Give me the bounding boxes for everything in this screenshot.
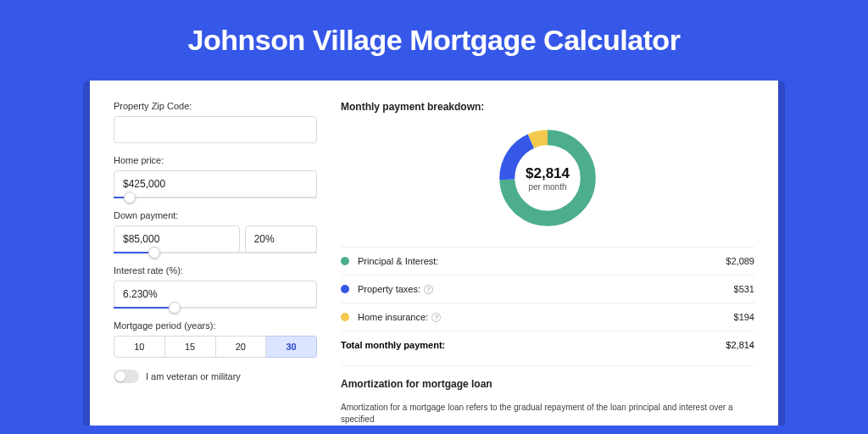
- down-payment-field-group: Down payment:: [114, 210, 317, 253]
- breakdown-row-value: $531: [734, 284, 754, 294]
- donut-amount: $2,814: [526, 165, 570, 182]
- info-icon[interactable]: ?: [431, 313, 441, 322]
- interest-rate-label: Interest rate (%):: [114, 265, 317, 275]
- breakdown-row-value: $2,089: [726, 256, 754, 266]
- breakdown-column: Monthly payment breakdown: $2,814 per mo…: [341, 101, 754, 426]
- amortization-title: Amortization for mortgage loan: [341, 378, 754, 390]
- interest-rate-slider-thumb[interactable]: [169, 302, 181, 314]
- zip-label: Property Zip Code:: [114, 101, 317, 111]
- dot-icon: [341, 313, 349, 321]
- down-payment-slider-thumb[interactable]: [148, 247, 160, 259]
- zip-input[interactable]: [114, 116, 317, 143]
- donut-chart-wrap: $2,814 per month: [341, 125, 754, 231]
- home-price-input[interactable]: [114, 170, 317, 198]
- period-tab-15[interactable]: 15: [165, 336, 216, 358]
- home-price-field-group: Home price:: [114, 155, 317, 198]
- breakdown-row-value: $194: [734, 312, 754, 322]
- breakdown-row-label: Home insurance: ?: [358, 312, 734, 322]
- interest-rate-slider-fill: [114, 307, 175, 309]
- mortgage-period-tabs: 10 15 20 30: [114, 336, 317, 358]
- down-payment-pct-input[interactable]: [245, 225, 317, 253]
- breakdown-row-label: Principal & Interest:: [358, 256, 726, 266]
- amortization-text: Amortization for a mortgage loan refers …: [341, 402, 754, 426]
- page-title: Johnson Village Mortgage Calculator: [0, 0, 868, 74]
- veteran-toggle-label: I am veteran or military: [146, 371, 241, 381]
- breakdown-label-text: Principal & Interest:: [358, 256, 438, 266]
- veteran-toggle-row: I am veteran or military: [114, 370, 317, 383]
- period-tab-20[interactable]: 20: [216, 336, 267, 358]
- breakdown-label-text: Property taxes:: [358, 284, 420, 294]
- form-column: Property Zip Code: Home price: Down paym…: [114, 101, 317, 426]
- total-value: $2,814: [726, 340, 754, 350]
- breakdown-row-label: Property taxes: ?: [358, 284, 734, 294]
- dot-icon: [341, 285, 349, 293]
- donut-sub: per month: [528, 182, 566, 192]
- down-payment-label: Down payment:: [114, 210, 317, 220]
- interest-rate-field-group: Interest rate (%):: [114, 265, 317, 309]
- zip-field-group: Property Zip Code:: [114, 101, 317, 143]
- interest-rate-slider[interactable]: [114, 307, 317, 309]
- mortgage-period-label: Mortgage period (years):: [114, 320, 317, 331]
- period-tab-10[interactable]: 10: [114, 336, 165, 358]
- breakdown-label-text: Home insurance:: [358, 312, 428, 322]
- dot-icon: [341, 257, 349, 265]
- total-label: Total monthly payment:: [341, 340, 726, 350]
- home-price-slider-thumb[interactable]: [124, 192, 136, 203]
- breakdown-row-insurance: Home insurance: ? $194: [341, 303, 754, 331]
- period-tab-30[interactable]: 30: [266, 336, 317, 358]
- donut-center: $2,814 per month: [494, 125, 601, 231]
- breakdown-row-taxes: Property taxes: ? $531: [341, 275, 754, 303]
- down-payment-input[interactable]: [114, 225, 240, 253]
- info-icon[interactable]: ?: [424, 285, 433, 294]
- breakdown-total-row: Total monthly payment: $2,814: [341, 331, 754, 359]
- breakdown-title: Monthly payment breakdown:: [341, 101, 754, 113]
- veteran-toggle[interactable]: [114, 370, 139, 383]
- breakdown-row-principal: Principal & Interest: $2,089: [341, 247, 754, 275]
- mortgage-period-field-group: Mortgage period (years): 10 15 20 30: [114, 320, 317, 358]
- home-price-label: Home price:: [114, 155, 317, 165]
- donut-chart: $2,814 per month: [494, 125, 601, 231]
- down-payment-slider[interactable]: [114, 252, 317, 253]
- calculator-panel: Property Zip Code: Home price: Down paym…: [90, 81, 778, 426]
- home-price-slider[interactable]: [114, 197, 317, 198]
- amortization-section: Amortization for mortgage loan Amortizat…: [341, 365, 754, 426]
- panel-outer: Property Zip Code: Home price: Down paym…: [83, 81, 785, 426]
- interest-rate-input[interactable]: [114, 281, 317, 308]
